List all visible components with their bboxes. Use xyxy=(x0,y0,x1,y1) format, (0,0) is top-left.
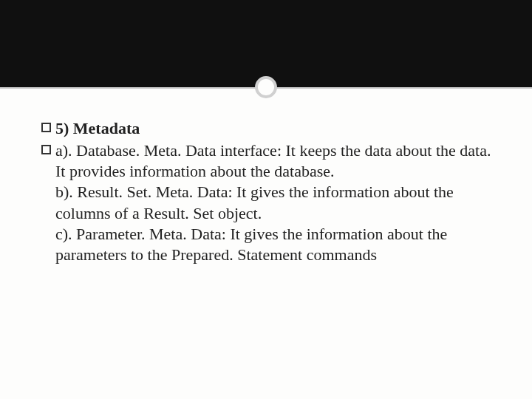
bullet-box-icon xyxy=(41,145,51,154)
heading-text: 5) Metadata xyxy=(55,118,492,139)
body-line-c: c). Parameter. Meta. Data: It gives the … xyxy=(55,225,447,264)
slide-header xyxy=(0,0,532,87)
body-row: a). Database. Meta. Data interface: It k… xyxy=(41,140,492,265)
slide-content: 5) Metadata a). Database. Meta. Data int… xyxy=(41,118,492,265)
divider-circle-icon xyxy=(255,76,277,98)
bullet-box-icon xyxy=(41,123,51,132)
body-line-a: a). Database. Meta. Data interface: It k… xyxy=(55,141,491,180)
slide: 5) Metadata a). Database. Meta. Data int… xyxy=(0,0,532,399)
body-line-b: b). Result. Set. Meta. Data: It gives th… xyxy=(55,183,454,222)
body-text: a). Database. Meta. Data interface: It k… xyxy=(55,140,492,265)
heading-row: 5) Metadata xyxy=(41,118,492,139)
